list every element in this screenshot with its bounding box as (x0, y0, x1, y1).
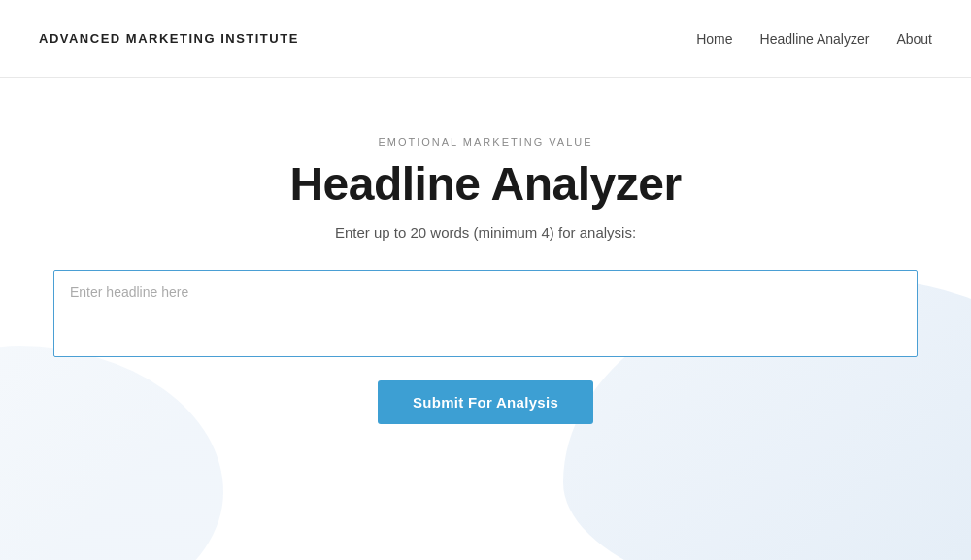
submit-button[interactable]: Submit For Analysis (378, 380, 593, 424)
nav-item-headline-analyzer[interactable]: Headline Analyzer (760, 31, 870, 47)
main-content: EMOTIONAL MARKETING VALUE Headline Analy… (0, 78, 971, 560)
header: ADVANCED MARKETING INSTITUTE Home Headli… (0, 0, 971, 78)
section-subtitle: EMOTIONAL MARKETING VALUE (378, 136, 592, 148)
hero-section: EMOTIONAL MARKETING VALUE Headline Analy… (39, 136, 932, 424)
nav-item-about[interactable]: About (896, 31, 932, 47)
nav-item-home[interactable]: Home (696, 31, 732, 47)
input-wrapper (53, 270, 918, 361)
page-title: Headline Analyzer (289, 157, 681, 211)
headline-input[interactable] (53, 270, 918, 357)
section-description: Enter up to 20 words (minimum 4) for ana… (335, 224, 636, 241)
logo: ADVANCED MARKETING INSTITUTE (39, 31, 299, 46)
nav: Home Headline Analyzer About (696, 31, 932, 47)
